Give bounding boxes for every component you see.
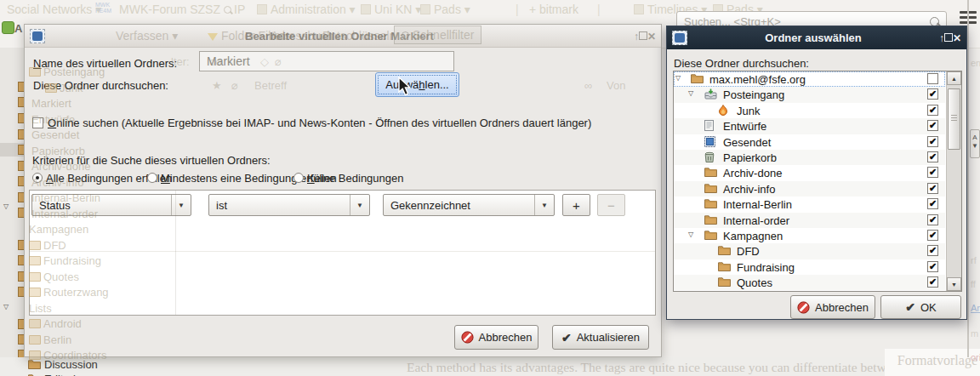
bookmark-item[interactable]: MWKPE4M — [95, 2, 111, 14]
checkbox[interactable]: ✔ — [927, 198, 938, 209]
edit-dialog-titlebar[interactable]: Bearbeite virtuellen Ordner Markiert ↑✕ — [25, 25, 661, 48]
close-button[interactable]: ✕ — [953, 32, 961, 44]
bookmark-item[interactable]: Pads ▾ — [420, 3, 470, 16]
ghost-column-header: ∞ — [584, 79, 592, 92]
cancel-button[interactable]: Abbrechen — [454, 325, 538, 350]
ok-button[interactable]: ✔ OK — [880, 295, 961, 319]
cancel-label: Abbrechen — [815, 301, 869, 314]
ghost-column-header: ⌀ — [231, 79, 238, 92]
ghost-folder-label: Android — [43, 317, 82, 330]
tree-row[interactable]: Entwürfe✔ — [674, 118, 945, 134]
expander-icon[interactable]: ▽ — [688, 231, 693, 238]
checkbox[interactable]: ✔ — [927, 151, 938, 162]
tree-row[interactable]: Internal-order✔ — [674, 213, 945, 228]
condition-value-select[interactable]: Gekennzeichnet ▼ — [383, 194, 555, 216]
check-icon: ✔ — [561, 331, 572, 345]
choose-folders-dialog: Ordner auswählen ↑✕ Diese Ordner durchsu… — [666, 26, 967, 320]
choose-folders-button[interactable]: Auswählen... — [375, 72, 459, 97]
radio-any-condition[interactable] — [147, 173, 157, 183]
chevron-down-icon: ▼ — [534, 195, 554, 215]
tree-row-label: Kampagnen — [723, 230, 783, 242]
folder-icon — [718, 261, 731, 271]
cancel-button[interactable]: Abbrechen — [790, 295, 875, 319]
tree-row-label: Posteingang — [723, 88, 784, 101]
folder-row-label[interactable]: Discussion — [44, 358, 98, 371]
name-value: Markiert — [207, 54, 250, 68]
checkbox[interactable]: ✔ — [927, 167, 938, 178]
expander-icon[interactable]: ▽ — [675, 74, 681, 82]
update-label: Aktualisieren — [577, 331, 640, 344]
checkbox[interactable]: ✔ — [927, 230, 938, 241]
tree-row[interactable]: Gesendet✔ — [674, 134, 945, 150]
bookmark-item[interactable]: MWK-Forum SZSZ — [119, 3, 220, 16]
tree-row[interactable]: ▽Posteingang✔ — [674, 87, 945, 102]
ghost-folder-icon — [29, 335, 41, 345]
edit-virtual-folder-dialog: Bearbeite virtuellen Ordner Markiert ↑✕ … — [24, 24, 662, 357]
update-button[interactable]: ✔ Aktualisieren — [552, 325, 649, 350]
twisty-icon[interactable]: ▽ — [3, 303, 9, 310]
tree-row[interactable]: Archiv-info✔ — [674, 181, 945, 197]
bookmark-item[interactable]: Social Networks ▾ — [7, 3, 101, 16]
chevron-down-icon: ▼ — [171, 195, 191, 215]
tree-row[interactable]: Internal-Berlin✔ — [674, 197, 945, 212]
radio-all-conditions[interactable] — [32, 173, 43, 183]
folder-icon — [28, 359, 40, 368]
checkbox[interactable]: ✔ — [927, 183, 938, 194]
tree-row[interactable]: Junk✔ — [674, 103, 945, 118]
checkbox[interactable]: ✔ — [927, 105, 938, 116]
checkbox[interactable]: ✔ — [927, 261, 938, 272]
favicon-icon — [361, 4, 371, 14]
search-icon — [930, 17, 939, 26]
radio-no-conditions[interactable] — [293, 173, 304, 183]
bookmark-item[interactable]: Uni KN ▾ — [361, 3, 421, 16]
maximize-button[interactable] — [639, 31, 647, 43]
tree-row[interactable]: Fundraising✔ — [674, 259, 945, 275]
maximize-button[interactable] — [944, 32, 953, 44]
checkbox[interactable]: ✔ — [927, 88, 938, 100]
condition-field-select[interactable]: Status ▼ — [31, 194, 191, 216]
expander-icon[interactable]: ▽ — [688, 89, 693, 97]
folder-dialog-titlebar[interactable]: Ordner auswählen ↑✕ — [667, 26, 966, 49]
ghost-column-header: Von — [607, 79, 625, 92]
thunderbird-icon — [672, 31, 687, 45]
maximize-icon — [944, 33, 953, 42]
check-icon: ✔ — [905, 300, 915, 314]
tree-scrollbar[interactable]: ▲ ▼ — [946, 71, 961, 291]
bookmark-item[interactable]: IP — [224, 3, 245, 16]
twisty-icon[interactable]: ▽ — [3, 202, 9, 210]
close-button[interactable]: ✕ — [647, 31, 656, 43]
online-search-checkbox[interactable] — [32, 117, 43, 128]
checkbox[interactable]: ✔ — [927, 245, 938, 256]
tree-row[interactable]: Archiv-done✔ — [674, 165, 945, 180]
ghost-column-header: Betreff — [254, 79, 287, 92]
checkbox[interactable]: ✔ — [927, 214, 938, 225]
ghost-folder-icon — [29, 319, 41, 328]
folder-row-label[interactable]: Editori — [44, 373, 76, 376]
scrollbar-thumb[interactable] — [948, 88, 960, 150]
checkbox[interactable]: ✔ — [927, 120, 938, 131]
checkbox[interactable] — [927, 73, 938, 84]
checkbox[interactable]: ✔ — [927, 276, 938, 288]
tree-row-label: DFD — [737, 245, 760, 258]
tree-row[interactable]: DFD✔ — [674, 243, 945, 259]
tree-row[interactable]: Papierkorb✔ — [674, 150, 945, 165]
maximize-icon — [639, 31, 647, 40]
tree-row[interactable]: Quotes✔ — [674, 275, 945, 290]
no-entry-icon — [461, 331, 474, 344]
column-sort-button[interactable]: A▼ — [970, 129, 980, 158]
scroll-down-icon[interactable]: ▼ — [947, 277, 961, 291]
cancel-label: Abbrechen — [479, 331, 533, 344]
add-condition-button[interactable]: + — [562, 194, 590, 216]
bookmark-item[interactable]: + bitmark — [529, 3, 578, 16]
condition-operator-select[interactable]: ist ▼ — [208, 194, 370, 216]
scroll-up-icon[interactable]: ▲ — [947, 71, 961, 85]
radio-none-label[interactable]: Keine Bedingungen — [307, 172, 404, 185]
bookmark-item[interactable]: Administration ▾ — [257, 3, 356, 16]
virtual-folder-name-input[interactable]: Markiert — [199, 51, 454, 71]
favicon-icon — [420, 4, 430, 14]
tree-row[interactable]: ▽Kampagnen✔ — [674, 228, 945, 243]
ok-label: OK — [920, 301, 937, 314]
checkbox[interactable]: ✔ — [927, 136, 938, 147]
tree-row[interactable]: ▽max.mehl@fsfe.org — [674, 71, 945, 87]
edit-dialog-title: Bearbeite virtuellen Ordner Markiert — [45, 30, 634, 43]
